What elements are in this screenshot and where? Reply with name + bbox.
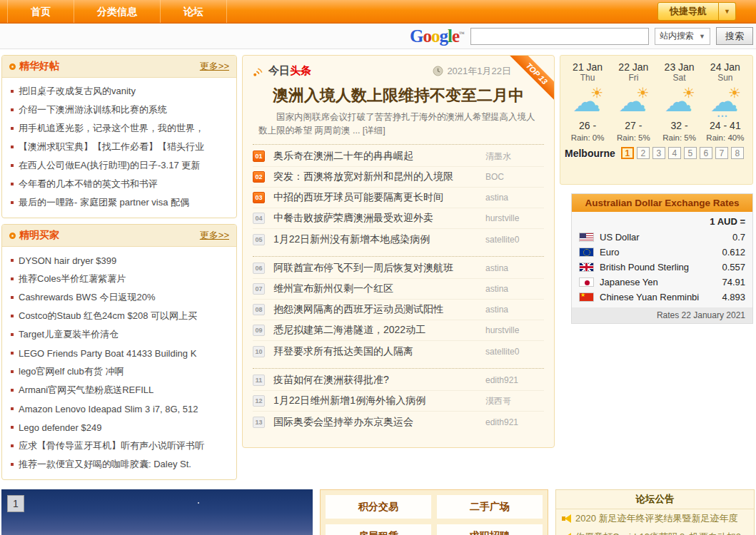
- news-author: 漠西哥: [485, 395, 544, 407]
- list-item[interactable]: 推荐Coles半价红薯紫薯片: [9, 270, 229, 288]
- list-item[interactable]: 应求【骨传导蓝牙耳机】听有声小说听评书听: [9, 437, 229, 455]
- rank-badge: 01: [253, 151, 265, 162]
- rate-row: US Dollar0.7: [572, 230, 752, 245]
- google-logo: Google™: [410, 26, 465, 46]
- weather-page-button[interactable]: 1: [621, 147, 634, 159]
- news-author: hurstville: [485, 213, 544, 223]
- square-bullet-icon: [11, 463, 14, 466]
- search-bar: Google™ 站内搜索 ▼ 搜索: [0, 24, 756, 49]
- search-input[interactable]: [470, 28, 649, 45]
- list-item[interactable]: Amazon Lenovo Ideapad Slim 3 i7, 8G, 512: [9, 399, 229, 418]
- weather-page-button[interactable]: 6: [700, 147, 712, 159]
- list-item[interactable]: 最后的一哩路- 家庭团聚 partner visa 配偶: [9, 193, 229, 212]
- rank-badge: 09: [253, 325, 265, 336]
- quick-nav-dropdown-arrow-icon[interactable]: ▼: [719, 2, 736, 21]
- list-item[interactable]: Target儿童夏装半价清仓: [9, 325, 229, 344]
- smart-buyer-more-link[interactable]: 更多>>: [200, 229, 229, 242]
- news-link[interactable]: 维州宣布新州仅剩一个红区: [273, 282, 485, 295]
- weather-page-button[interactable]: 2: [637, 147, 650, 159]
- search-button[interactable]: 搜索: [716, 27, 753, 45]
- nav-item-classifieds[interactable]: 分类信息: [74, 0, 161, 23]
- news-link[interactable]: 1月22日新州没有新增本地感染病例: [273, 233, 485, 246]
- search-scope-select[interactable]: 站内搜索 ▼: [655, 28, 710, 45]
- quick-link-points-trade[interactable]: 积分交易: [326, 495, 431, 519]
- detail-link[interactable]: [详细]: [363, 126, 385, 136]
- news-author: 清墨水: [485, 151, 544, 163]
- news-item[interactable]: 04中餐击败披萨荣膺澳洲最受欢迎外卖hurstville: [253, 208, 544, 229]
- square-bullet-icon: [11, 426, 14, 429]
- announcement-link[interactable]: 2020 新足迹年终评奖结果暨新足迹年度: [556, 509, 754, 528]
- chevron-down-icon: ▼: [699, 33, 705, 40]
- news-item[interactable]: 02突发：西澳将放宽对新州和昆州的入境限BOC: [253, 167, 544, 188]
- news-item[interactable]: 08抱怨澳网隔离的西班牙运动员测试阳性astina: [253, 300, 544, 320]
- list-item[interactable]: Lego defender $249: [9, 418, 229, 437]
- photo-carousel[interactable]: 1: [1, 489, 313, 535]
- weather-page-button[interactable]: 8: [731, 147, 744, 159]
- list-item[interactable]: Armani官网买气垫粉底送REFILL: [9, 381, 229, 399]
- news-link[interactable]: 悉尼拟建第二海港隧道，2022动工: [273, 324, 485, 337]
- news-item[interactable]: 121月22日维州新增1例海外输入病例漠西哥: [253, 391, 544, 412]
- weather-city-label: Melbourne: [565, 148, 615, 159]
- main-headline-link[interactable]: 澳洲入境人数上限维持不变至二月中: [243, 82, 554, 111]
- news-link[interactable]: 国际奥委会坚持举办东京奥运会: [273, 416, 485, 429]
- nav-item-home[interactable]: 首页: [7, 0, 74, 23]
- weather-day: 21 Jan Thu ☀☁ 26 - Rain: 0%: [565, 61, 610, 142]
- square-bullet-icon: [11, 389, 14, 392]
- top13-ribbon: TOP 13: [508, 56, 554, 101]
- news-item[interactable]: 03中招的西班牙球员可能要隔离更长时间astina: [253, 188, 544, 208]
- weather-page-button[interactable]: 7: [715, 147, 728, 159]
- quick-link-secondhand[interactable]: 二手广场: [437, 495, 543, 519]
- list-item[interactable]: 推荐一款便宜又好喝的咖啡胶囊: Daley St.: [9, 455, 229, 474]
- news-link[interactable]: 1月22日维州新增1例海外输入病例: [273, 394, 485, 407]
- nav-item-forum[interactable]: 论坛: [161, 0, 227, 23]
- quick-nav-button[interactable]: 快捷导航: [657, 2, 719, 21]
- list-item[interactable]: 介绍一下澳洲游泳训练和比赛的系统: [9, 101, 229, 119]
- news-link[interactable]: 抱怨澳网隔离的西班牙运动员测试阳性: [273, 303, 485, 316]
- exchange-base-label: 1 AUD =: [572, 212, 752, 230]
- top-nav-bar: 首页 分类信息 论坛 快捷导航 ▼: [0, 0, 756, 24]
- list-item[interactable]: 【澳洲求职宝典】【找工作必看】【猎头行业: [9, 138, 229, 156]
- news-link[interactable]: 拜登要求所有抵达美国的人隔离: [273, 345, 485, 358]
- quick-link-jobs[interactable]: 求职招聘: [437, 524, 543, 535]
- news-item[interactable]: 07维州宣布新州仅剩一个红区astina: [253, 279, 544, 300]
- clock-icon: [433, 66, 443, 76]
- list-item[interactable]: 把旧桌子改成复古风的vanity: [9, 82, 229, 101]
- square-bullet-icon: [11, 108, 14, 111]
- news-item[interactable]: 09悉尼拟建第二海港隧道，2022动工hurstville: [253, 320, 544, 341]
- news-link[interactable]: 突发：西澳将放宽对新州和昆州的入境限: [273, 170, 485, 183]
- weather-page-button[interactable]: 3: [652, 147, 665, 159]
- news-item[interactable]: 01奥乐奇在澳洲二十年的冉冉崛起清墨水: [253, 146, 544, 167]
- list-item[interactable]: 今年看的几本不错的英文书和书评: [9, 175, 229, 193]
- list-item[interactable]: lego官网elf club有货 冲啊: [9, 362, 229, 381]
- weather-page-button[interactable]: 5: [684, 147, 697, 159]
- carousel-page-badge: 1: [7, 495, 24, 512]
- news-link[interactable]: 疫苗如何在澳洲获得批准?: [273, 374, 485, 387]
- news-link[interactable]: 阿联酋宣布停飞不到一周后恢复对澳航班: [273, 262, 485, 275]
- square-bullet-icon: [11, 333, 14, 336]
- forum-announcements-panel: 论坛公告 2020 新足迹年终评奖结果暨新足迹年度 你愿意打Covid-19疫苗…: [555, 489, 755, 535]
- square-bullet-icon: [11, 315, 14, 317]
- news-link[interactable]: 中招的西班牙球员可能要隔离更长时间: [273, 191, 485, 204]
- news-item[interactable]: 06阿联酋宣布停飞不到一周后恢复对澳航班astina: [253, 258, 544, 279]
- list-item[interactable]: LEGO Friends Party Boat 41433 Building K: [9, 344, 229, 362]
- news-item[interactable]: 051月22日新州没有新增本地感染病例satellite0: [253, 229, 544, 250]
- square-bullet-icon: [11, 352, 14, 355]
- square-bullet-icon: [11, 201, 14, 204]
- essence-panel-title: 精华好帖: [19, 60, 200, 73]
- list-item[interactable]: Costco的Staub 红色24cm $208 可以网上买: [9, 307, 229, 325]
- list-item[interactable]: Cashrewards BWS 今日返现20%: [9, 288, 229, 307]
- weather-page-button[interactable]: 4: [668, 147, 681, 159]
- quick-link-rentals[interactable]: 房屋租赁: [326, 524, 431, 535]
- news-item[interactable]: 11疫苗如何在澳洲获得批准?edith921: [253, 370, 544, 391]
- rank-badge: 02: [253, 171, 265, 183]
- news-author: edith921: [485, 375, 544, 385]
- list-item[interactable]: DYSON hair dryer $399: [9, 251, 229, 270]
- announcement-link[interactable]: 你愿意打Covid-19疫苗吗？ 投票自动加2: [556, 528, 754, 535]
- essence-more-link[interactable]: 更多>>: [200, 60, 229, 73]
- list-item[interactable]: 用手机追逐光影，记录这个世界，我的世界，: [9, 119, 229, 138]
- news-item[interactable]: 13国际奥委会坚持举办东京奥运会edith921: [253, 412, 544, 432]
- news-item[interactable]: 10拜登要求所有抵达美国的人隔离satellite0: [253, 341, 544, 362]
- news-link[interactable]: 中餐击败披萨荣膺澳洲最受欢迎外卖: [273, 212, 485, 225]
- list-item[interactable]: 在西人公司做EA(执行助理)的日子-3.17 更新: [9, 156, 229, 175]
- news-link[interactable]: 奥乐奇在澳洲二十年的冉冉崛起: [273, 150, 485, 163]
